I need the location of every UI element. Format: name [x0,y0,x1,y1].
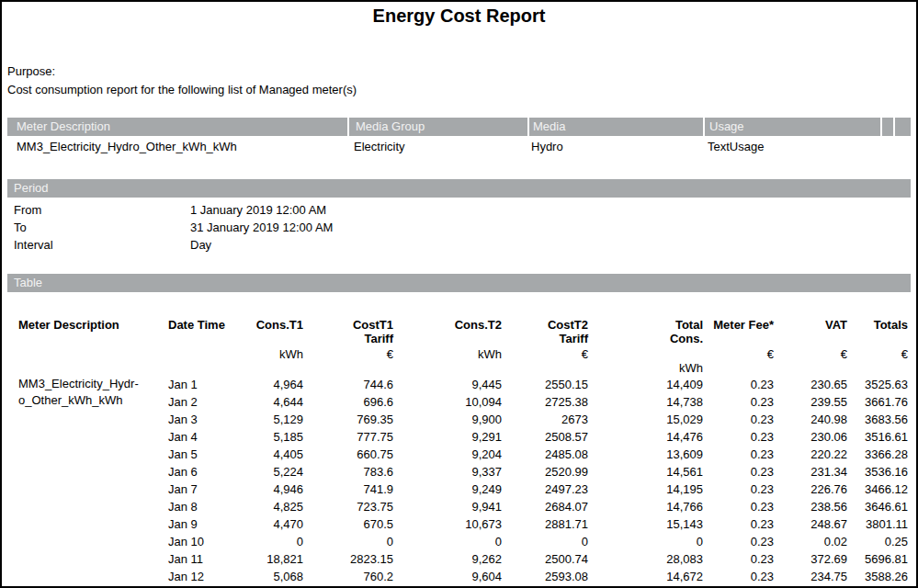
col-header-meter-description: Meter Description [7,318,161,347]
cell-cost-t1: 2823.15 [305,550,395,568]
cell-total-cons: 15,029 [590,411,705,428]
cell-total-cons: 28,083 [590,550,705,568]
cell-vat: 230.06 [776,428,849,446]
cell-cons-t2: 9,604 [395,568,504,585]
period-row-value: 31 January 2019 12:00 AM [190,220,333,234]
cell-cons-t1: 5,224 [221,463,305,481]
table-meter-name: MM3_Electricity_Hydr- o_Other_kWh_kWh [18,376,169,409]
cell-vat: 240.98 [776,411,849,428]
cell-date: Jan 12 [161,568,221,585]
unit-meter-fee: € [705,347,776,361]
cell-totals: 3516.61 [849,428,911,446]
period-section-bar: Period [7,179,911,198]
cell-cost-t2: 2593.08 [504,568,590,585]
unit-cost-t2: € [504,347,590,361]
cell-meter-fee: 0.23 [705,376,776,393]
table-row: Jan 4 5,185 777.75 9,291 2508.57 14,476 … [7,428,911,446]
cell-vat: 372.69 [776,550,849,568]
meter-header-spacer-1 [880,118,893,136]
table-section-bar: Table [7,274,911,292]
meter-header-media-group: Media Group [347,118,527,136]
cell-date: Jan 4 [161,428,221,446]
cell-cons-t1: 4,405 [221,446,305,463]
table-row: Jan 12 5,068 760.2 9,604 2593.08 14,672 … [7,568,911,585]
cell-meter-fee: 0.23 [705,568,776,585]
period-row: IntervalDay [14,236,333,254]
purpose-label: Purpose: [7,62,357,81]
period-row-value: 1 January 2019 12:00 AM [190,203,326,217]
unit-cons-t1: kWh [221,347,305,361]
cell-cost-t1: 769.35 [305,411,395,428]
meter-row: MM3_Electricity_Hydro_Other_kWh_kWh Elec… [7,138,911,156]
cell-cost-t1: 660.75 [305,446,395,463]
cell-totals: 3366.28 [849,446,911,463]
cell-vat: 226.76 [776,481,849,498]
cell-totals: 3536.16 [849,463,911,481]
unit-totals: € [849,347,911,361]
purpose-text: Cost consumption report for the followin… [7,81,357,99]
cell-cons-t1: 4,964 [221,376,305,393]
cell-cons-t2: 9,249 [395,481,504,498]
cell-cost-t1: 670.5 [305,515,395,533]
cell-date: Jan 6 [161,463,221,481]
cell-vat: 230.65 [776,376,849,393]
cell-total-cons: 14,195 [590,481,705,498]
period-row-value: Day [190,238,211,252]
cell-totals: 3683.56 [849,411,911,428]
cell-cons-t1: 4,825 [221,498,305,515]
data-table: Meter Description Date Time Cons.T1 Cost… [7,318,911,585]
meter-header-usage: Usage [703,118,880,136]
cell-vat: 248.67 [776,515,849,533]
cell-cost-t2: 2550.15 [504,376,590,393]
period-section-title: Period [7,181,49,195]
cell-vat: 231.34 [776,463,849,481]
cell-totals: 3661.76 [849,393,911,411]
cell-meter-fee: 0.23 [705,446,776,463]
cell-cons-t2: 10,673 [395,515,504,533]
cell-date: Jan 3 [161,411,221,428]
period-row-label: Interval [14,236,190,254]
meter-header-spacer-2 [893,118,911,136]
unit-vat: € [776,347,849,361]
col-header-meter-fee: Meter Fee* [705,318,776,347]
cell-totals: 3646.61 [849,498,911,515]
table-section-title: Table [7,276,42,289]
cell-cost-t2: 2520.99 [504,463,590,481]
unit-cons-t2: kWh [395,347,504,361]
col-header-cost-t1-tariff: CostT1 Tariff [305,318,395,347]
cell-cost-t2: 2684.07 [504,498,590,515]
unit-total-cons: kWh [590,361,705,376]
cell-cons-t1: 4,644 [221,393,305,411]
meter-header-media: Media [527,118,703,136]
media-value: Hydro [527,138,703,156]
cell-totals: 3588.26 [849,568,911,585]
cell-total-cons: 15,143 [590,515,705,533]
cell-cost-t1: 760.2 [305,568,395,585]
table-row: Jan 5 4,405 660.75 9,204 2485.08 13,609 … [7,446,911,463]
cell-totals: 3801.11 [849,515,911,533]
cell-total-cons: 14,738 [590,393,705,411]
cell-date: Jan 7 [161,481,221,498]
cell-date: Jan 1 [161,376,221,393]
cell-cost-t2: 2485.08 [504,446,590,463]
meter-table-header-bar: Meter Description Media Group Media Usag… [7,118,911,136]
cell-cost-t2: 2500.74 [504,550,590,568]
table-row: Jan 3 5,129 769.35 9,900 2673 15,029 0.2… [7,411,911,428]
cell-cost-t2: 0 [504,533,590,550]
cell-cons-t2: 10,094 [395,393,504,411]
cell-date: Jan 11 [161,550,221,568]
cell-totals: 0.25 [849,533,911,550]
cell-total-cons: 0 [590,533,705,550]
cell-vat: 238.56 [776,498,849,515]
cell-cost-t1: 696.6 [305,393,395,411]
cell-cost-t1: 777.75 [305,428,395,446]
meter-description-value: MM3_Electricity_Hydro_Other_kWh_kWh [7,138,347,156]
cell-meter-fee: 0.23 [705,428,776,446]
cell-meter-fee: 0.23 [705,393,776,411]
cell-cost-t2: 2508.57 [504,428,590,446]
table-row: Jan 7 4,946 741.9 9,249 2497.23 14,195 0… [7,481,911,498]
cell-vat: 0.02 [776,533,849,550]
cell-cost-t2: 2881.71 [504,515,590,533]
cell-cost-t1: 744.6 [305,376,395,393]
cell-meter-fee: 0.23 [705,411,776,428]
